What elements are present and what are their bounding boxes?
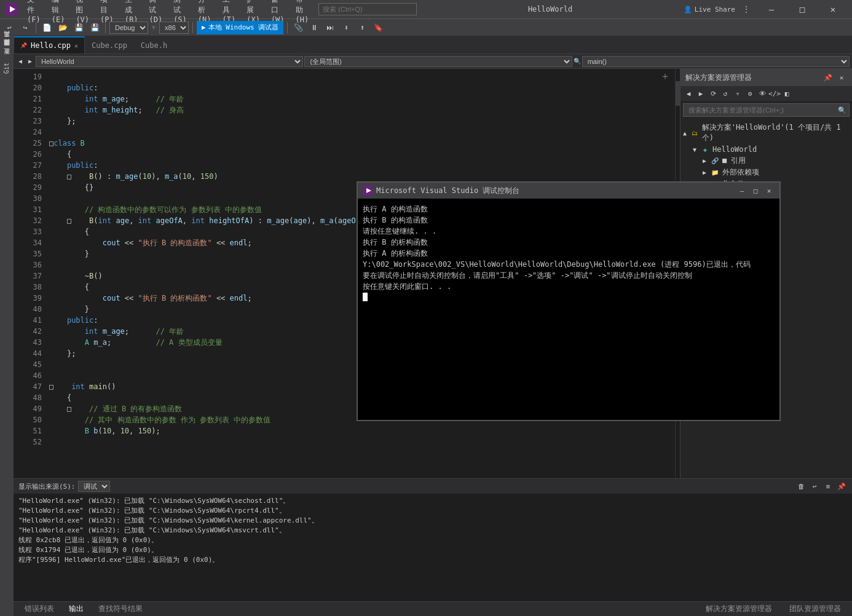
bottom-tab-output[interactable]: 输出 — [63, 602, 90, 615]
line-28: □ B() : m_age(10), m_a(10, 150) — [49, 171, 670, 182]
left-vertical-tabs: 工具箱 服务器资源管理器 Git 更改 — [0, 36, 14, 616]
sol-search-icon: 🔍 — [838, 106, 846, 114]
tab-hello-cpp[interactable]: 📌 Hello.cpp ✕ — [14, 36, 85, 53]
run-label: 本地 Windows 调试器 — [208, 23, 279, 32]
redo-btn[interactable]: ↪ — [18, 21, 32, 34]
breakpoint-btn[interactable]: ⏸ — [307, 21, 321, 34]
debug-maximize-btn[interactable]: □ — [750, 185, 761, 196]
tab-hello-label: Hello.cpp — [31, 41, 71, 50]
output-line-2: "HelloWorld.exe" (Win32): 已加载 "C:\Window… — [18, 506, 847, 516]
bottom-team-tab[interactable]: 团队资源管理器 — [783, 602, 847, 615]
step-over-btn[interactable]: ⏭ — [323, 21, 337, 34]
git-changes-tab[interactable]: Git 更改 — [1, 55, 12, 77]
toolbar-overflow[interactable]: ⋮ — [740, 5, 752, 14]
sol-filter-btn[interactable]: ▿ — [732, 88, 743, 99]
sol-back-btn[interactable]: ◀ — [683, 88, 694, 99]
project-nav-dropdown[interactable]: HelloWorld — [36, 56, 303, 67]
nav-back[interactable]: ◀ — [16, 58, 25, 65]
platform-dropdown[interactable]: x86 — [159, 22, 189, 34]
live-share-icon: 👤 — [684, 6, 692, 14]
minimize-button[interactable]: — — [757, 0, 786, 18]
pin-panel-btn[interactable]: 📌 — [822, 72, 834, 83]
output-filter-btn[interactable]: ≡ — [822, 481, 834, 492]
toolbox-tab[interactable]: 工具箱 — [1, 38, 12, 45]
bookmark-btn[interactable]: 🔖 — [371, 21, 385, 34]
debug-console-title-text: Microsoft Visual Studio 调试控制台 — [376, 186, 519, 196]
sol-refresh-btn[interactable]: ↺ — [720, 88, 731, 99]
debug-line-3: 请按任意键继续. . . — [363, 226, 775, 237]
toolbar-sep-3 — [192, 22, 193, 33]
tree-external-deps[interactable]: ▶ 📁 外部依赖项 — [680, 167, 852, 178]
bottom-solution-tab[interactable]: 解决方案资源管理器 — [700, 602, 778, 615]
bottom-tab-find[interactable]: 查找符号结果 — [92, 602, 149, 615]
tab-cube-cpp[interactable]: Cube.cpp — [85, 36, 134, 53]
close-button[interactable]: ✕ — [819, 0, 847, 18]
debug-config-dropdown[interactable]: Debug — [109, 22, 148, 34]
debug-console-content: 执行 A 的构造函数 执行 B 的构造函数 请按任意键继续. . . 执行 B … — [358, 199, 779, 420]
tree-solution-arrow: ▲ — [683, 130, 690, 136]
step-in-btn[interactable]: ⬇ — [339, 21, 353, 34]
tree-solution[interactable]: ▲ 🗂 解决方案'HelloWorld'(1 个项目/共 1 个) — [680, 122, 852, 144]
tab-hello-close[interactable]: ✕ — [74, 42, 78, 49]
output-panel: 显示输出来源(S): 调试 🗑 ↩ ≡ 📌 "HelloWorld.exe" (… — [14, 478, 852, 601]
debug-line-7: Y:\002_WorkSpace\002_VS\HelloWorld\Hello… — [363, 259, 775, 270]
step-out-btn[interactable]: ⬆ — [355, 21, 369, 34]
sol-settings-btn[interactable]: ⚙ — [744, 88, 755, 99]
symbol-nav-dropdown[interactable]: main() — [582, 56, 850, 67]
output-clear-btn[interactable]: 🗑 — [795, 481, 807, 492]
sol-code-btn[interactable]: </> — [769, 88, 780, 99]
toolbar-sep-1 — [36, 22, 36, 33]
sol-forward-btn[interactable]: ▶ — [695, 88, 706, 99]
open-file-btn[interactable]: 📂 — [56, 21, 69, 34]
project-icon: ◈ — [700, 144, 710, 154]
run-debug-button[interactable]: ▶ 本地 Windows 调试器 — [197, 21, 283, 34]
close-panel-btn[interactable]: ✕ — [836, 72, 847, 83]
output-line-6: 线程 0x1794 已退出，返回值为 0 (0x0)。 — [18, 545, 847, 555]
tree-helloworld[interactable]: ▼ ◈ HelloWorld — [680, 144, 852, 155]
sol-props-btn[interactable]: ◧ — [781, 88, 792, 99]
ext-icon: 📁 — [710, 168, 720, 178]
play-icon: ▶ — [202, 23, 206, 31]
solution-explorer-title: 解决方案资源管理器 — [685, 73, 752, 83]
server-explorer-tab[interactable]: 服务器资源管理器 — [1, 47, 12, 54]
save-all-btn[interactable]: 💾 — [88, 21, 101, 34]
global-search-input[interactable] — [318, 3, 417, 15]
save-btn[interactable]: 💾 — [72, 21, 85, 34]
output-pin-btn[interactable]: 📌 — [836, 481, 847, 492]
debug-cursor-line — [363, 292, 775, 302]
solution-explorer-title-bar: 解决方案资源管理器 📌 ✕ — [680, 69, 852, 86]
line-51: B b(10, 10, 150); — [49, 425, 670, 436]
editor-nav-bar: ◀ ▶ HelloWorld (全局范围) 🔍 main() — [14, 54, 852, 69]
line-25: □class B — [49, 138, 670, 149]
debug-line-4: 执行 B 的析构函数 — [363, 237, 775, 248]
attach-btn[interactable]: 📎 — [291, 21, 305, 34]
output-content: "HelloWorld.exe" (Win32): 已加载 "C:\Window… — [14, 494, 852, 601]
undo-btn[interactable]: ↩ — [2, 21, 16, 34]
add-line-button[interactable]: ＋ — [660, 70, 670, 83]
ref-icon: 🔗 — [710, 156, 720, 166]
ref-label: ■ 引用 — [722, 156, 746, 166]
toolbar-sep-2 — [105, 22, 106, 33]
nav-forward[interactable]: ▶ — [26, 58, 34, 65]
solution-search-input[interactable] — [686, 105, 838, 116]
sol-sync-btn[interactable]: ⟳ — [708, 88, 719, 99]
output-toolbar: 显示输出来源(S): 调试 🗑 ↩ ≡ 📌 — [14, 479, 852, 494]
output-source-label: 显示输出来源(S): — [18, 482, 76, 491]
tree-references[interactable]: ▶ 🔗 ■ 引用 — [680, 155, 852, 167]
live-share-btn[interactable]: 👤 Live Share — [684, 6, 735, 14]
scope-nav-dropdown[interactable]: (全局范围) — [304, 56, 572, 67]
new-file-btn[interactable]: 📄 — [40, 21, 53, 34]
maximize-button[interactable]: □ — [788, 0, 816, 18]
minimap-thumb[interactable] — [676, 81, 680, 106]
debug-minimize-btn[interactable]: — — [736, 185, 747, 196]
line-19 — [49, 71, 670, 82]
output-source-dropdown[interactable]: 调试 — [78, 481, 110, 492]
main-toolbar: ↩ ↪ 📄 📂 💾 💾 Debug ▼ x86 ▶ 本地 Windows 调试器… — [0, 18, 852, 36]
sol-view-btn[interactable]: 👁 — [757, 88, 768, 99]
window-title: HelloWorld — [422, 5, 679, 14]
output-wrap-btn[interactable]: ↩ — [809, 481, 820, 492]
tab-cube-h[interactable]: Cube.h — [134, 36, 174, 53]
debug-close-btn[interactable]: ✕ — [763, 185, 775, 196]
bottom-tab-errors[interactable]: 错误列表 — [18, 602, 60, 615]
bottom-right-tabs: 解决方案资源管理器 团队资源管理器 — [700, 602, 847, 615]
